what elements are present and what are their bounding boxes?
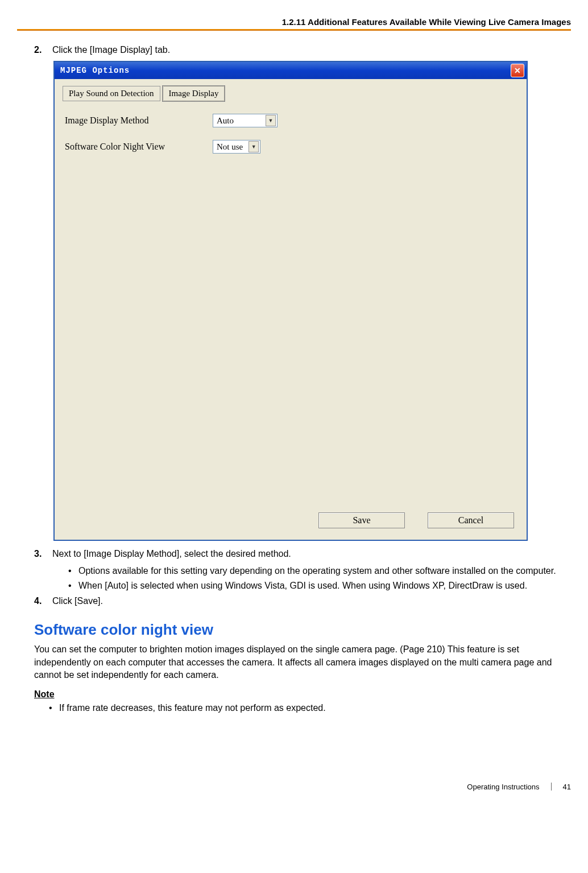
header-rule	[17, 29, 571, 31]
bullet: When [Auto] is selected when using Windo…	[66, 580, 571, 592]
tab-image-display[interactable]: Image Display	[163, 86, 225, 101]
label-image-display-method: Image Display Method	[65, 115, 213, 126]
tab-row: Play Sound on Detection Image Display	[63, 86, 519, 101]
label-color-night-view: Software Color Night View	[65, 142, 213, 152]
dialog-body: Play Sound on Detection Image Display Im…	[55, 79, 527, 540]
section-heading: Software color night view	[34, 621, 571, 639]
step-text: Click the [Image Display] tab.	[52, 45, 170, 55]
titlebar: MJPEG Options ✕	[55, 62, 527, 79]
footer-page-number: 41	[563, 783, 571, 791]
dialog-window: MJPEG Options ✕ Play Sound on Detection …	[53, 61, 528, 541]
section-header: 1.2.11 Additional Features Available Whi…	[17, 17, 571, 29]
bullet: If frame rate decreases, this feature ma…	[47, 702, 571, 714]
step-text: Next to [Image Display Method], select t…	[52, 549, 291, 559]
chevron-down-icon[interactable]: ▼	[249, 141, 259, 152]
step-number: 4.	[34, 596, 45, 606]
note-bullets: If frame rate decreases, this feature ma…	[47, 702, 571, 714]
row-image-display-method: Image Display Method Auto ▼	[65, 114, 519, 127]
bullet: Options available for this setting vary …	[66, 565, 571, 577]
select-color-night-view[interactable]: Not use ▼	[213, 140, 260, 154]
cancel-button[interactable]: Cancel	[428, 512, 514, 528]
footer-doc-title: Operating Instructions	[467, 783, 539, 791]
select-image-display-method[interactable]: Auto ▼	[213, 114, 278, 127]
close-icon[interactable]: ✕	[511, 64, 524, 77]
section-paragraph: You can set the computer to brighten mot…	[34, 643, 571, 681]
select-value: Auto	[217, 116, 243, 126]
step-text: Click [Save].	[52, 596, 103, 606]
step-2: 2. Click the [Image Display] tab.	[34, 45, 571, 55]
save-button[interactable]: Save	[318, 512, 405, 528]
window-title: MJPEG Options	[60, 66, 130, 75]
step-3: 3. Next to [Image Display Method], selec…	[34, 549, 571, 559]
note-heading: Note	[34, 689, 571, 700]
step-number: 2.	[34, 45, 45, 55]
step-3-bullets: Options available for this setting vary …	[66, 565, 571, 591]
chevron-down-icon[interactable]: ▼	[266, 115, 276, 126]
footer-divider	[551, 783, 552, 791]
row-color-night-view: Software Color Night View Not use ▼	[65, 140, 519, 154]
tab-play-sound[interactable]: Play Sound on Detection	[63, 86, 160, 101]
select-value: Not use	[217, 142, 249, 152]
step-4: 4. Click [Save].	[34, 596, 571, 606]
step-number: 3.	[34, 549, 45, 559]
page-footer: Operating Instructions 41	[17, 783, 571, 791]
